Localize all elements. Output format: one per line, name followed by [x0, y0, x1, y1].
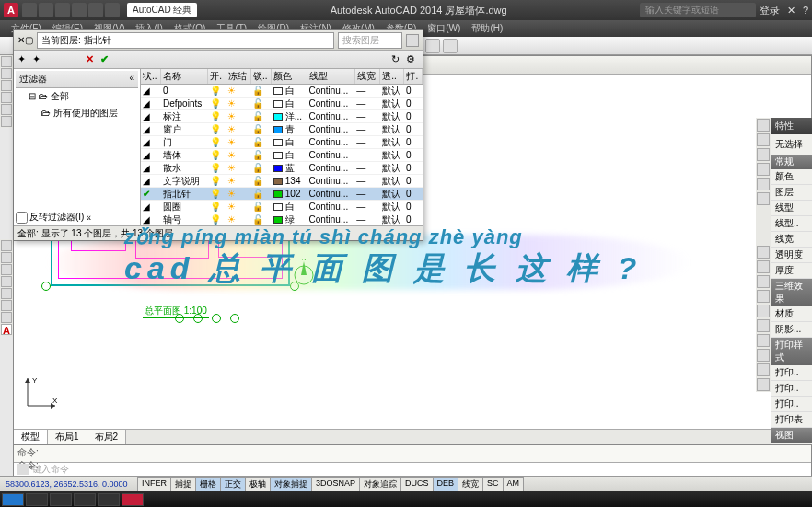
tool-icon[interactable] [757, 319, 770, 332]
tool-icon[interactable] [757, 305, 770, 317]
search-icon[interactable] [406, 34, 419, 47]
login-link[interactable]: 登录 [760, 4, 780, 17]
props-group-general[interactable]: 常规 [771, 155, 812, 169]
undo-icon[interactable] [72, 3, 87, 17]
layer-row[interactable]: ◢轴号💡☀🔓 绿Continu...—默认0 [141, 213, 423, 226]
status-toggle[interactable]: 正交 [220, 477, 246, 492]
help-icon[interactable]: ? [803, 5, 808, 16]
status-toggle[interactable]: DUCS [400, 477, 434, 492]
prop-row[interactable]: 线宽 [771, 232, 812, 248]
status-toggle[interactable]: 栅格 [195, 477, 221, 492]
tree-node-used[interactable]: 🗁 所有使用的图层 [16, 105, 138, 121]
prop-row[interactable]: 颜色 [771, 169, 812, 185]
refresh-icon[interactable]: ↻ [391, 53, 404, 66]
prop-row[interactable]: 打印.. [771, 397, 812, 412]
new-icon[interactable] [22, 3, 37, 17]
command-window[interactable]: 命令:命令: 键入命令 [13, 444, 812, 476]
exchange-icon[interactable]: ✕ [787, 5, 795, 17]
tab-model[interactable]: 模型 [14, 430, 48, 444]
save-icon[interactable] [55, 3, 70, 17]
offset-icon[interactable] [1, 288, 12, 299]
new-layer-icon[interactable]: ✦ [17, 53, 30, 66]
status-toggle[interactable]: 对象追踪 [359, 477, 401, 492]
prop-row[interactable]: 厚度 [771, 263, 812, 279]
tab-layout2[interactable]: 布局2 [87, 430, 127, 444]
layer-col-header[interactable]: 开. [208, 69, 226, 85]
collapse-icon[interactable]: « [129, 73, 134, 86]
app-logo[interactable]: A [4, 3, 18, 17]
invert-filter-checkbox[interactable] [16, 212, 28, 224]
move-icon[interactable] [1, 240, 12, 251]
menu-help[interactable]: 帮助(H) [466, 20, 508, 37]
layer-row[interactable]: ◢窗户💡☀🔓 青Continu...—默认0 [141, 123, 423, 136]
rect-icon[interactable] [1, 104, 12, 115]
app-icon[interactable] [74, 493, 96, 506]
layer-col-header[interactable]: 线宽 [354, 69, 379, 85]
tb-icon[interactable] [443, 39, 458, 53]
tool-icon[interactable] [757, 260, 770, 273]
tb-icon[interactable] [425, 39, 440, 53]
zoom-icon[interactable] [757, 163, 770, 176]
props-selection[interactable]: 无选择 [771, 134, 812, 155]
hatch-icon[interactable] [1, 116, 12, 127]
new-layer-vp-icon[interactable]: ✦ [32, 53, 45, 66]
layer-row[interactable]: ◢文字说明💡☀🔓 134Continu...—默认0 [141, 175, 423, 188]
prop-row[interactable]: 透明度 [771, 248, 812, 263]
status-toggle[interactable]: AM [503, 477, 525, 492]
wheel-icon[interactable] [757, 192, 770, 205]
arc-icon[interactable] [1, 92, 12, 103]
props-group-view[interactable]: 视图 [771, 428, 812, 443]
scale-icon[interactable] [1, 312, 12, 323]
explorer-icon[interactable] [26, 493, 48, 506]
prop-row[interactable]: 线型 [771, 201, 812, 216]
app-icon[interactable] [50, 493, 72, 506]
set-current-icon[interactable]: ✔ [100, 53, 113, 66]
layer-filter-tree[interactable]: 过滤器« ⊟ 🗁 全部 🗁 所有使用的图层 反转过滤器(I) « [14, 69, 141, 225]
layer-row[interactable]: ◢门💡☀🔓 白Continu...—默认0 [141, 136, 423, 149]
pan-icon[interactable] [757, 148, 770, 161]
props-group-3d[interactable]: 三维效果 [771, 279, 812, 306]
tool-icon[interactable] [757, 378, 770, 391]
start-icon[interactable] [2, 493, 24, 506]
a-annot-icon[interactable]: A [1, 324, 12, 335]
layer-properties-manager[interactable]: ✕▢ 当前图层: 指北针 搜索图层 ✦ ✦ ✕ ✔ ↻ ⚙ 过滤器« ⊟ 🗁 全… [13, 29, 423, 241]
circle-icon[interactable] [1, 80, 12, 91]
tool-icon[interactable] [757, 349, 770, 362]
menu-window[interactable]: 窗口(W) [422, 20, 466, 37]
tab-layout1[interactable]: 布局1 [48, 430, 87, 444]
pline-icon[interactable] [1, 68, 12, 79]
layer-list[interactable]: 状..名称开.冻结锁..颜色线型线宽透..打. ◢0💡☀🔓 白Continu..… [141, 69, 423, 225]
line-icon[interactable] [1, 56, 12, 67]
delete-layer-icon[interactable]: ✕ [86, 53, 99, 66]
prop-row[interactable]: 打印.. [771, 381, 812, 397]
tool-icon[interactable] [757, 334, 770, 347]
status-toggle[interactable]: 线宽 [458, 477, 483, 492]
status-toggle[interactable]: DEB [433, 477, 459, 492]
workspace-dropdown[interactable]: AutoCAD 经典 [127, 3, 197, 17]
status-toggle[interactable]: 捕捉 [170, 477, 196, 492]
layer-col-header[interactable]: 名称 [161, 69, 208, 85]
tree-node-all[interactable]: ⊟ 🗁 全部 [16, 88, 138, 105]
layer-row[interactable]: ◢散水💡☀🔓 蓝Continu...—默认0 [141, 162, 423, 175]
orbit-icon[interactable] [757, 178, 770, 190]
prop-row[interactable]: 阴影... [771, 322, 812, 338]
layer-col-header[interactable]: 线型 [307, 69, 354, 85]
tool-icon[interactable] [757, 363, 770, 376]
layer-row[interactable]: ◢0💡☀🔓 白Continu...—默认0 [141, 85, 423, 98]
prop-row[interactable]: 打印.. [771, 365, 812, 381]
trim-icon[interactable] [1, 276, 12, 287]
status-toggle[interactable]: SC [482, 477, 504, 492]
app-icon[interactable] [98, 493, 120, 506]
status-toggle[interactable]: 极轴 [245, 477, 271, 492]
redo-icon[interactable] [88, 3, 103, 17]
status-toggle[interactable]: INFER [137, 477, 171, 492]
navcube-icon[interactable] [757, 133, 770, 146]
open-icon[interactable] [39, 3, 53, 17]
layer-row[interactable]: ◢标注💡☀🔓 洋...Continu...—默认0 [141, 110, 423, 123]
layer-col-header[interactable]: 打. [404, 69, 423, 85]
tool-icon[interactable] [757, 275, 770, 288]
props-group-plot[interactable]: 打印样式 [771, 338, 812, 365]
prop-row[interactable]: 材质 [771, 306, 812, 322]
layer-row[interactable]: ◢圆圈💡☀🔓 白Continu...—默认0 [141, 201, 423, 213]
tool-icon[interactable] [757, 290, 770, 303]
